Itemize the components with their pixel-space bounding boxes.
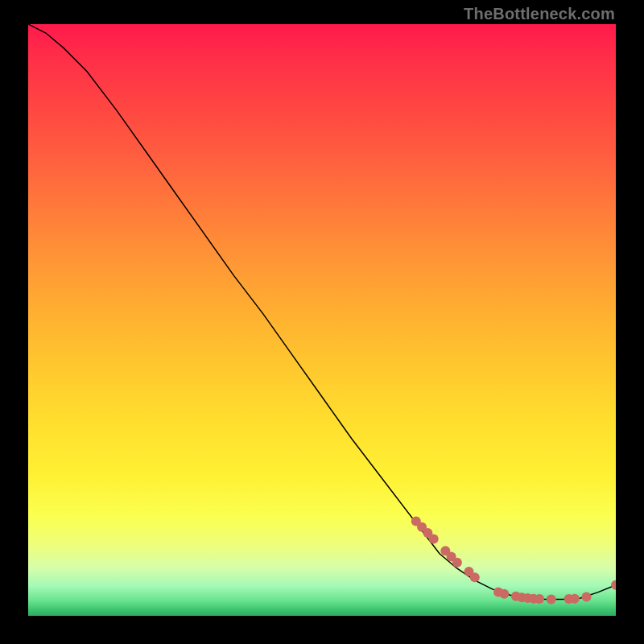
plot-area [28,24,616,616]
data-marker [611,580,616,590]
data-marker [452,558,462,568]
data-marker [499,589,509,599]
chart-overlay [28,24,616,616]
data-marker [429,534,439,543]
curve-markers [411,516,616,604]
data-marker [547,594,556,604]
data-marker [535,594,544,604]
data-marker [470,572,480,582]
chart-stage: TheBottleneck.com [0,0,644,644]
data-marker [582,592,592,601]
watermark-text: TheBottleneck.com [464,5,615,23]
bottleneck-curve [28,24,616,599]
data-marker [570,594,580,604]
